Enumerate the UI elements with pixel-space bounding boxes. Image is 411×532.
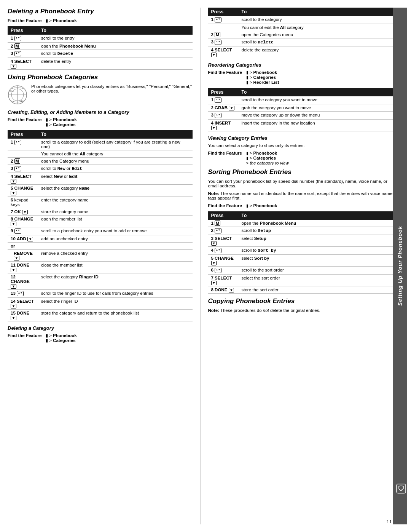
- viewing-find-feature: Find the Feature ▮ > Phonebook ▮ > Categ…: [208, 151, 393, 165]
- col-to: To: [239, 211, 393, 220]
- side-tab: Setting Up Your Phonebook: [393, 8, 407, 524]
- find-feature-label: Find the Feature: [8, 18, 46, 23]
- categories-description-text: Phonebook categories let you classify en…: [31, 84, 192, 93]
- step-cell: 5 CHANGE ▼: [208, 255, 239, 267]
- action-cell: store the category and return to the pho…: [38, 310, 193, 321]
- table-row: 3 scroll to Delete: [8, 50, 193, 58]
- action-cell: scroll to Delete: [239, 38, 393, 46]
- right-column: Press To 1 scroll to the category You ca…: [201, 8, 393, 524]
- table-row: 2 M open the Categories menu: [208, 31, 393, 38]
- find-feature-label-5: Find the Feature: [208, 151, 246, 155]
- table-row: 6 scroll to the sort order: [208, 267, 393, 275]
- action-cell: scroll to New or Edit: [38, 165, 193, 173]
- step-cell: 2 GRAB ▼: [208, 104, 239, 112]
- sorting-title: Sorting Phonebook Entries: [208, 168, 393, 176]
- table-row or-row: or: [8, 243, 193, 250]
- find-feature-value-3: ▮ > Phonebook ▮ > Categories: [46, 333, 77, 343]
- col-to: To: [38, 26, 193, 35]
- step-cell: 2: [208, 227, 239, 235]
- action-cell: select the category Ringer ID: [38, 273, 193, 290]
- action-cell: move the category up or down the menu: [239, 112, 393, 120]
- action-cell: scroll to a category to edit (select any…: [38, 139, 193, 150]
- step-cell: 8 DONE ▼: [208, 286, 239, 294]
- nav-icon: [215, 248, 221, 253]
- find-feature-value-2: ▮ > Phonebook ▮ > Categories: [46, 117, 77, 127]
- table-row: 10 ADD ▼ add an unchecked entry: [8, 235, 193, 243]
- action-cell: scroll to the category: [239, 16, 393, 24]
- table-row: 11 DONE ▼ close the member list: [8, 262, 193, 273]
- find-feature-label-4: Find the Feature: [208, 70, 246, 75]
- category-icon: /Sub nt Fe: [8, 85, 27, 105]
- action-cell: open the member list: [38, 216, 193, 227]
- action-cell: store the category name: [38, 208, 193, 216]
- action-cell: select the category Name: [38, 185, 193, 197]
- action-cell: scroll to the category you want to move: [239, 96, 393, 104]
- nav-icon: [14, 140, 21, 145]
- nav-icon: [215, 97, 221, 103]
- sorting-note: Note: The voice name sort is identical t…: [208, 191, 393, 200]
- action-cell: select New or Edit: [38, 173, 193, 185]
- table-row: 3 scroll to New or Edit: [8, 165, 193, 173]
- table-row: 4 SELECT ▼ delete the entry: [8, 58, 193, 70]
- copying-section: Copying Phonebook Entries Note: These pr…: [208, 297, 393, 313]
- table-row: 2 M open the Category menu: [8, 158, 193, 165]
- action-cell: scroll to the entry: [38, 35, 193, 43]
- nav-icon: [215, 113, 221, 118]
- deleting-category-find-feature: Find the Feature ▮ > Phonebook ▮ > Categ…: [8, 333, 193, 343]
- reordering-find-feature: Find the Feature ▮ > Phonebook ▮ > Categ…: [208, 70, 393, 85]
- nav-icon: [14, 36, 21, 41]
- step-cell: 10 ADD ▼: [8, 235, 38, 243]
- table-row: 4 SELECT ▼ delete the category: [208, 46, 393, 58]
- step-cell: 14 SELECT ▼: [8, 298, 38, 310]
- step-cell: 3: [208, 38, 239, 46]
- table-row: You cannot edit the All category: [208, 24, 393, 31]
- table-row: 15 DONE ▼ store the category and return …: [8, 310, 193, 321]
- step-cell: 7 SELECT ▼: [208, 275, 239, 286]
- action-cell: remove a checked entry: [38, 250, 193, 262]
- step-cell: 4: [208, 247, 239, 255]
- step-cell: 1: [8, 139, 38, 150]
- creating-editing-title: Creating, Editing, or Adding Members to …: [8, 109, 193, 115]
- categories-description: /Sub nt Fe Phonebook categories let you …: [8, 84, 193, 105]
- action-cell: delete the category: [239, 46, 393, 58]
- step-cell: 6 keypad keys: [8, 197, 38, 208]
- step-cell: 2 M: [208, 31, 239, 38]
- table-row: 2 M open the Phonebook Menu: [8, 43, 193, 50]
- copying-note: Note: These procedures do not delete the…: [208, 308, 393, 313]
- table-row: 9 scroll to a phonebook entry you want t…: [8, 227, 193, 235]
- nav-icon: [14, 228, 21, 234]
- action-cell: insert the category in the new location: [239, 120, 393, 131]
- table-row: 5 CHANGE ▼ select Sort by: [208, 255, 393, 267]
- phone-icon: [396, 483, 406, 494]
- reordering-section: Reordering Categories Find the Feature ▮…: [208, 62, 393, 131]
- step-cell: 12 CHANGE ▼: [8, 273, 38, 290]
- main-content: Deleting a Phonebook Entry Find the Feat…: [0, 0, 411, 532]
- step-cell: [208, 24, 239, 31]
- action-cell: You cannot edit the All category: [239, 24, 393, 31]
- action-cell: close the member list: [38, 262, 193, 273]
- sorting-table: Press To 1 M open the Phonebook Menu 2 s…: [208, 211, 393, 294]
- table-row: 13 scroll to the ringer ID to use for ca…: [8, 290, 193, 298]
- table-row: 2 GRAB ▼ grab the category you want to m…: [208, 104, 393, 112]
- deleting-entry-table: Press To 1 scroll to the entry 2 M open …: [8, 26, 193, 70]
- table-row: 7 OK ▼ store the category name: [8, 208, 193, 216]
- copying-title: Copying Phonebook Entries: [208, 297, 393, 305]
- step-cell: REMOVE ▼: [8, 250, 38, 262]
- using-categories-title: Using Phonebook Categories: [8, 73, 193, 81]
- col-to: To: [239, 8, 393, 16]
- table-row: 1 scroll to the entry: [8, 35, 193, 43]
- reordering-table: Press To 1 scroll to the category you wa…: [208, 88, 393, 131]
- page-container: Deleting a Phonebook Entry Find the Feat…: [0, 0, 411, 532]
- action-cell: scroll to Sort by: [239, 247, 393, 255]
- find-feature-value: ▮ > Phonebook: [46, 18, 77, 23]
- step-cell: 3: [8, 50, 38, 58]
- step-cell: 1: [208, 96, 239, 104]
- action-cell: You cannot edit the All category: [38, 150, 193, 158]
- step-cell: 2 M: [8, 158, 38, 165]
- creating-editing-table: Press To 1 scroll to a category to edit …: [8, 130, 193, 321]
- table-row: 3 SELECT ▼ select Setup: [208, 235, 393, 247]
- creating-editing-section: Creating, Editing, or Adding Members to …: [8, 109, 193, 321]
- step-cell: 3: [208, 112, 239, 120]
- deleting-category-title: Deleting a Category: [8, 325, 193, 331]
- col-press: Press: [8, 26, 38, 35]
